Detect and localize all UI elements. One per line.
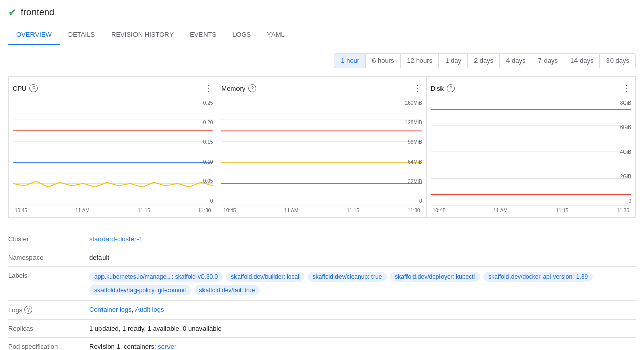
time-btn-1day[interactable]: 1 day	[439, 53, 468, 68]
logs-help-icon[interactable]: ?	[24, 306, 32, 314]
namespace-row: Namespace default	[8, 248, 636, 267]
main-content: 1 hour 6 hours 12 hours 1 day 2 days 4 d…	[0, 45, 644, 350]
pod-spec-value: Revision 1, containers: server	[89, 343, 636, 350]
disk-y-axis: 8GiB 6GiB 4GiB 2GiB 0	[620, 98, 631, 206]
labels-value: app.kubernetes.io/manage...: skaffold-v0…	[89, 272, 636, 295]
disk-chart-svg	[431, 98, 631, 206]
logs-value: Container logs, Audit logs	[89, 306, 636, 313]
disk-x-axis: 10:45 11 AM 11:15 11:30	[431, 208, 631, 213]
cpu-x-axis: 10:45 11 AM 11:15 11:30	[13, 208, 213, 213]
tab-details[interactable]: DETAILS	[60, 24, 103, 45]
label-chip-2: skaffold.dev/cleanup: true	[308, 272, 387, 282]
pod-spec-row: Pod specification Revision 1, containers…	[8, 338, 636, 350]
namespace-value: default	[89, 253, 636, 261]
server-link[interactable]: server	[158, 343, 176, 350]
page-header: ✔ frontend	[0, 0, 644, 24]
replicas-row: Replicas 1 updated, 1 ready, 1 available…	[8, 320, 636, 338]
time-btn-2days[interactable]: 2 days	[468, 53, 500, 68]
time-btn-1hour[interactable]: 1 hour	[334, 53, 366, 68]
tab-revision-history[interactable]: REVISION HISTORY	[103, 24, 182, 45]
cluster-value: standard-cluster-1	[89, 235, 636, 243]
disk-chart-title: Disk	[431, 85, 444, 92]
disk-help-icon[interactable]: ?	[447, 84, 455, 92]
time-btn-12hours[interactable]: 12 hours	[401, 53, 439, 68]
disk-chart-header: Disk ? ⋮	[431, 83, 631, 94]
tab-bar: OVERVIEW DETAILS REVISION HISTORY EVENTS…	[0, 24, 644, 45]
memory-more-icon[interactable]: ⋮	[413, 83, 422, 94]
tab-logs[interactable]: LOGS	[224, 24, 259, 45]
cluster-label: Cluster	[8, 235, 89, 243]
cpu-chart: CPU ? ⋮	[8, 76, 217, 218]
cpu-y-axis: 0.25 0.20 0.15 0.10 0.05 0	[203, 98, 213, 206]
disk-more-icon[interactable]: ⋮	[622, 83, 631, 94]
replicas-label: Replicas	[8, 325, 89, 332]
memory-chart-svg	[221, 98, 422, 206]
cpu-chart-header: CPU ? ⋮	[13, 83, 213, 94]
tab-events[interactable]: EVENTS	[182, 24, 224, 45]
page-title: frontend	[21, 7, 54, 18]
cpu-help-icon[interactable]: ?	[29, 84, 38, 92]
time-btn-14days[interactable]: 14 days	[564, 53, 600, 68]
label-chip-5: skaffold.dev/tag-policy: git-commit	[89, 285, 191, 295]
time-btn-30days[interactable]: 30 days	[600, 53, 636, 68]
cpu-chart-title: CPU	[13, 85, 26, 92]
container-logs-link[interactable]: Container logs	[89, 306, 132, 313]
memory-chart: Memory ? ⋮	[217, 76, 426, 218]
cpu-chart-svg	[13, 98, 213, 206]
app-container: ✔ frontend OVERVIEW DETAILS REVISION HIS…	[0, 0, 644, 350]
tab-overview[interactable]: OVERVIEW	[8, 24, 60, 45]
time-btn-6hours[interactable]: 6 hours	[366, 53, 400, 68]
label-chip-6: skaffold.dev/tail: true	[194, 285, 260, 295]
info-section: Cluster standard-cluster-1 Namespace def…	[8, 230, 636, 350]
cpu-more-icon[interactable]: ⋮	[204, 83, 213, 94]
label-chip-1: skaffold.dev/builder: local	[226, 272, 304, 282]
charts-row: CPU ? ⋮	[8, 76, 636, 218]
time-selector: 1 hour 6 hours 12 hours 1 day 2 days 4 d…	[8, 53, 636, 68]
namespace-label: Namespace	[8, 253, 89, 261]
cluster-row: Cluster standard-cluster-1	[8, 230, 636, 248]
memory-x-axis: 10:45 11 AM 11:15 11:30	[221, 208, 422, 213]
memory-y-axis: 160MiB 128MiB 96MiB 64MiB 32MiB 0	[405, 98, 422, 206]
memory-chart-title: Memory	[221, 85, 245, 92]
logs-label: Logs ?	[8, 306, 89, 314]
disk-chart: Disk ? ⋮	[427, 76, 636, 218]
label-chip-3: skaffold.dev/deployer: kubectl	[390, 272, 480, 282]
audit-logs-link[interactable]: Audit logs	[135, 306, 164, 313]
label-chip-0: app.kubernetes.io/manage...: skaffold-v0…	[89, 272, 223, 282]
time-btn-7days[interactable]: 7 days	[532, 53, 564, 68]
label-chips: app.kubernetes.io/manage...: skaffold-v0…	[89, 272, 636, 295]
logs-row: Logs ? Container logs, Audit logs	[8, 301, 636, 320]
labels-row: Labels app.kubernetes.io/manage...: skaf…	[8, 267, 636, 301]
memory-help-icon[interactable]: ?	[248, 84, 256, 92]
memory-chart-header: Memory ? ⋮	[221, 83, 422, 94]
pod-spec-label: Pod specification	[8, 343, 89, 350]
label-chip-4: skaffold.dev/docker-api-version: 1.39	[483, 272, 593, 282]
replicas-value: 1 updated, 1 ready, 1 available, 0 unava…	[89, 325, 636, 332]
status-icon: ✔	[8, 6, 17, 18]
time-btn-4days[interactable]: 4 days	[500, 53, 532, 68]
tab-yaml[interactable]: YAML	[259, 24, 292, 45]
cluster-link[interactable]: standard-cluster-1	[89, 235, 143, 243]
labels-label: Labels	[8, 272, 89, 279]
